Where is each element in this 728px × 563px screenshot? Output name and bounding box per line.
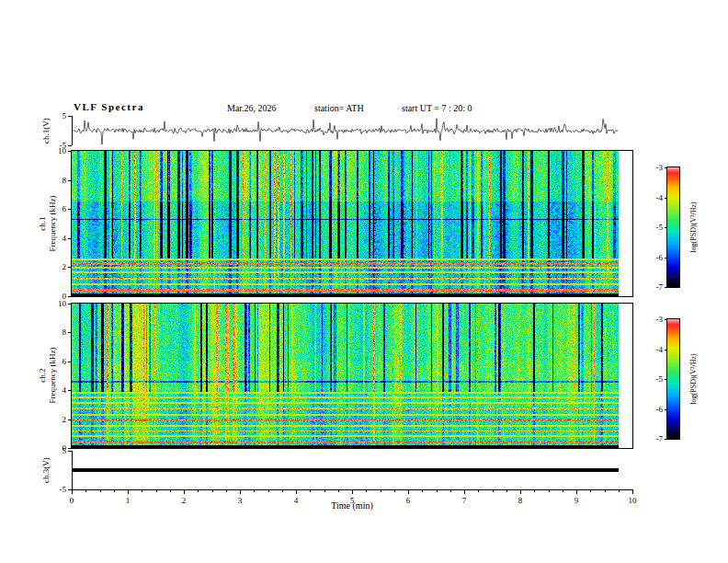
ch2-colorbar — [666, 318, 680, 440]
tick-mark — [665, 258, 667, 259]
minor-tick-mark — [170, 489, 171, 492]
colorbar-tick-label: -7 — [643, 434, 663, 443]
y-tick-label: 2 — [39, 415, 66, 424]
colorbar-tick-label: -5 — [643, 223, 663, 232]
minor-tick-mark — [549, 489, 550, 492]
minor-tick-mark — [142, 489, 142, 492]
x-tick-label: 9 — [574, 496, 579, 505]
tick-mark — [68, 267, 72, 268]
minor-tick-mark — [212, 489, 213, 492]
tick-mark — [408, 489, 409, 494]
minor-tick-mark — [156, 489, 157, 492]
ch1-voltage-axis-label: ch.1(V) — [41, 118, 51, 144]
date-label: Mar.26, 2026 — [227, 103, 277, 113]
tick-mark — [72, 489, 73, 494]
x-tick-label: 1 — [126, 496, 131, 505]
ch1-wave-axis-line — [72, 116, 73, 145]
tick-mark — [665, 167, 667, 168]
tick-mark — [68, 180, 72, 181]
x-tick-label: 5 — [350, 496, 355, 505]
ch2-frequency-label: Frequency (kHz) — [48, 347, 57, 403]
y-tick-label: 4 — [39, 385, 66, 395]
x-tick-label: 4 — [294, 496, 299, 505]
tick-mark — [68, 238, 72, 239]
tick-mark — [184, 489, 185, 494]
x-tick-label: 8 — [518, 496, 523, 505]
minor-tick-mark — [338, 489, 339, 492]
minor-tick-mark — [254, 489, 255, 492]
tick-mark — [68, 332, 72, 333]
y-tick-label: 2 — [39, 262, 66, 271]
minor-tick-mark — [85, 489, 86, 492]
ch1-colorbar — [666, 167, 680, 288]
x-tick-label: 0 — [70, 496, 74, 505]
colorbar-tick-label: -4 — [643, 193, 663, 202]
minor-tick-mark — [478, 489, 479, 492]
minor-tick-mark — [324, 489, 325, 492]
minor-tick-mark — [534, 489, 535, 492]
minor-tick-mark — [114, 489, 115, 492]
vlf-spectra-figure: VLF Spectra Mar.26, 2026 station= ATH st… — [0, 0, 728, 563]
x-tick-label: 6 — [406, 496, 411, 505]
tick-mark — [68, 419, 72, 420]
plot-title: VLF Spectra — [74, 101, 144, 112]
tick-mark — [665, 198, 667, 199]
minor-tick-mark — [310, 489, 311, 492]
y-tick-label: 10 — [39, 146, 66, 155]
tick-mark — [68, 296, 72, 297]
colorbar2-label: log(PSD)(V²/Hz) — [689, 353, 698, 404]
tick-mark — [68, 448, 72, 449]
minor-tick-mark — [198, 489, 199, 492]
ch2-spectrogram — [71, 303, 633, 449]
x-tick-label: 10 — [629, 496, 637, 505]
tick-mark — [665, 350, 667, 350]
minor-tick-mark — [226, 489, 227, 492]
tick-mark — [464, 489, 465, 494]
colorbar1-label: log(PSD)(V²/Hz) — [689, 201, 698, 252]
ch1-waveform-plot — [72, 116, 632, 145]
y-tick-label: 8 — [39, 327, 66, 337]
tick-mark — [68, 304, 72, 304]
ch3-waveform-plot — [72, 451, 632, 489]
tick-mark — [240, 489, 241, 494]
y-tick-label: 6 — [39, 357, 66, 366]
station-label: station= ATH — [314, 103, 364, 113]
tick-mark — [665, 379, 667, 380]
tick-mark — [520, 489, 521, 494]
ch1-spectrogram — [71, 150, 633, 297]
tick-mark — [665, 287, 667, 288]
colorbar-tick-label: -3 — [643, 163, 663, 172]
minor-tick-mark — [619, 489, 620, 492]
ch3-voltage-axis-label: ch.3(V) — [41, 457, 51, 483]
y-tick-label: -5 — [39, 485, 66, 494]
minor-tick-mark — [100, 489, 101, 492]
ch1-channel-label: ch.1 — [38, 216, 47, 230]
colorbar-tick-label: -3 — [643, 315, 663, 324]
y-tick-label: 8 — [39, 176, 66, 185]
minor-tick-mark — [605, 489, 606, 492]
y-tick-label: 5 — [39, 111, 66, 121]
y-tick-label: 10 — [39, 299, 66, 308]
ch3-wave-axis-line — [72, 451, 73, 489]
colorbar-tick-label: -6 — [643, 405, 663, 414]
colorbar-tick-label: -4 — [643, 345, 663, 354]
minor-tick-mark — [394, 489, 395, 492]
minor-tick-mark — [422, 489, 423, 492]
y-tick-label: 6 — [39, 204, 66, 213]
tick-mark — [665, 227, 667, 228]
start-ut-label: start UT = 7 : 20: 0 — [402, 103, 472, 113]
y-tick-label: 5 — [39, 446, 66, 455]
tick-mark — [68, 209, 72, 210]
minor-tick-mark — [437, 489, 438, 492]
y-tick-label: 4 — [39, 234, 66, 243]
colorbar-tick-label: -5 — [643, 374, 663, 384]
minor-tick-mark — [366, 489, 367, 492]
minor-tick-mark — [493, 489, 494, 492]
tick-mark — [68, 145, 72, 146]
tick-mark — [68, 390, 72, 391]
colorbar-tick-label: -6 — [643, 253, 663, 262]
ch2-frequency-axis-label: ch.2Frequency (kHz) — [38, 347, 58, 403]
minor-tick-mark — [590, 489, 591, 492]
x-tick-label: 3 — [238, 496, 243, 505]
tick-mark — [665, 409, 667, 410]
